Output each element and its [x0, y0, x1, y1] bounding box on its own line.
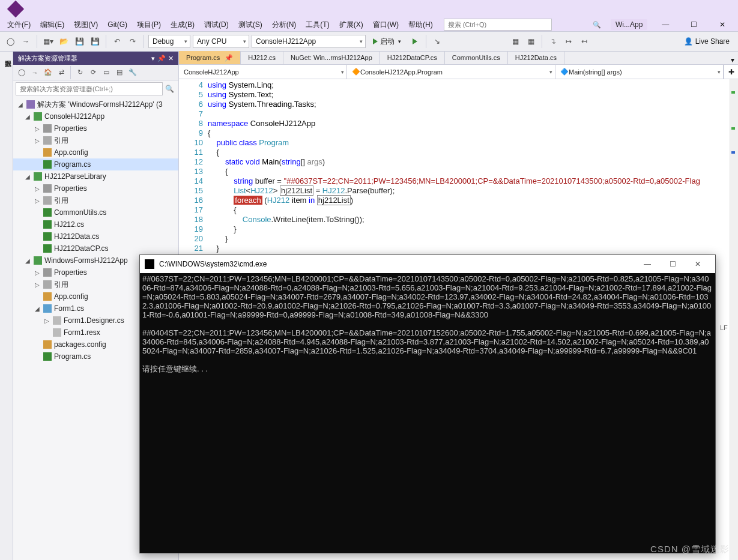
tb-misc1[interactable]: ▦ [509, 35, 522, 48]
main-toolbar: ◯ → ▦▾ 📂 💾 💾̤ ↶ ↷ Debug Any CPU ConsoleH… [0, 31, 738, 52]
tab-commonutils-cs[interactable]: CommonUtils.cs [445, 51, 508, 64]
menu-tools[interactable]: 工具(T) [301, 19, 334, 31]
save-button[interactable]: 💾 [73, 35, 86, 48]
tb-misc5[interactable]: ↤ [578, 35, 591, 48]
maximize-button[interactable]: ☐ [681, 19, 707, 31]
close-button[interactable]: ✕ [709, 19, 736, 31]
undo-button[interactable]: ↶ [110, 35, 124, 48]
panel-title: 解决方案资源管理器 [18, 54, 77, 63]
tree-item[interactable]: ▷引用 [13, 134, 178, 146]
new-project-button[interactable]: ▦▾ [41, 35, 55, 48]
menu-build[interactable]: 生成(B) [166, 19, 199, 31]
quicklaunch-input[interactable] [444, 19, 552, 31]
se-home-button[interactable]: 🏠 [42, 67, 54, 79]
tree-item[interactable]: ◢HJ212ParseLibrary [13, 170, 178, 182]
nav-project-combo[interactable]: ConsoleHJ212App [179, 65, 347, 79]
split-editor-button[interactable]: ✚ [724, 65, 738, 79]
tab-hj212datacp-cs[interactable]: HJ212DataCP.cs [380, 51, 445, 64]
tree-label: HJ212.cs [54, 220, 84, 229]
start-debug-button[interactable]: 启动▾ [368, 34, 406, 49]
tree-item[interactable]: HJ212Data.cs [13, 230, 178, 242]
menu-help[interactable]: 帮助(H) [404, 19, 438, 31]
console-titlebar[interactable]: C:\WINDOWS\system32\cmd.exe — ☐ ✕ [140, 255, 715, 273]
menu-git[interactable]: Git(G) [103, 19, 132, 30]
se-sync-button[interactable]: ⟳ [87, 67, 99, 79]
cs-icon [43, 232, 52, 241]
nav-member-combo[interactable]: 🔷 Main(string[] args) [555, 65, 724, 79]
cmd-minimize-button[interactable]: — [635, 255, 660, 273]
pin-icon[interactable]: 📌 [157, 55, 166, 62]
liveshare-button[interactable]: 👤Live Share [679, 37, 734, 46]
cmd-maximize-button[interactable]: ☐ [660, 255, 685, 273]
menu-view[interactable]: 视图(V) [69, 19, 103, 31]
menu-extensions[interactable]: 扩展(X) [334, 19, 368, 31]
tab-preview-icon[interactable]: 📌 [225, 54, 233, 62]
tree-item[interactable]: HJ212DataCP.cs [13, 242, 178, 254]
proj-icon [34, 112, 42, 121]
side-tab-datasources[interactable]: 数据源 [0, 52, 13, 560]
step-button[interactable]: ↘ [431, 35, 444, 48]
menu-test[interactable]: 测试(S) [234, 19, 267, 31]
menu-file[interactable]: 文件(F) [2, 19, 35, 31]
nav-back-button[interactable]: ◯ [4, 35, 17, 48]
tb-misc2[interactable]: ▦ [524, 35, 537, 48]
nav-class-combo[interactable]: 🔶 ConsoleHJ212App.Program [347, 65, 555, 79]
se-fwd-button[interactable]: → [29, 67, 41, 79]
tab-hj212-cs[interactable]: HJ212.cs [241, 51, 283, 64]
document-tabs: Program.cs📌 HJ212.cs NuGet: Win...rmsHJ2… [179, 52, 738, 65]
tree-item[interactable]: App.config [13, 146, 178, 158]
tree-item[interactable]: CommonUtils.cs [13, 206, 178, 218]
overview-ruler[interactable] [730, 79, 738, 560]
solution-search-input[interactable] [16, 82, 163, 95]
menu-project[interactable]: 项目(P) [132, 19, 166, 31]
tb-misc4[interactable]: ↦ [562, 35, 575, 48]
cfg-icon [43, 292, 52, 301]
tree-item[interactable]: ▷引用 [13, 194, 178, 206]
tree-label: Form1.Designer.cs [64, 316, 124, 325]
menu-analyze[interactable]: 分析(N) [267, 19, 301, 31]
tree-item[interactable]: Program.cs [13, 158, 178, 170]
se-back-button[interactable]: ◯ [16, 67, 28, 79]
minimize-button[interactable]: — [652, 19, 679, 31]
save-all-button[interactable]: 💾̤ [88, 35, 101, 48]
menu-debug[interactable]: 调试(D) [199, 19, 234, 31]
cfg-icon [43, 340, 52, 349]
platform-select[interactable]: Any CPU [193, 35, 249, 48]
tree-label: packages.config [54, 340, 106, 349]
solution-root[interactable]: ◢ 解决方案 'WindowsFormsHJ212App' (3 [13, 98, 178, 110]
menu-window[interactable]: 窗口(W) [368, 19, 404, 31]
se-refresh-button[interactable]: ↻ [74, 67, 86, 79]
tree-label: HJ212DataCP.cs [54, 244, 109, 253]
se-collapse-button[interactable]: ▭ [100, 67, 112, 79]
start-nodebug-button[interactable] [408, 35, 422, 48]
wrench-icon [43, 184, 52, 193]
tabs-overflow-button[interactable]: ▾ [727, 56, 738, 64]
tree-label: CommonUtils.cs [54, 208, 106, 217]
play-icon [373, 38, 378, 44]
search-icon[interactable]: 🔍 [163, 85, 176, 93]
cmd-close-button[interactable]: ✕ [685, 255, 710, 273]
tree-item[interactable]: ▷Properties [13, 182, 178, 194]
se-properties-button[interactable]: 🔧 [127, 67, 139, 79]
tree-item[interactable]: ◢ConsoleHJ212App [13, 110, 178, 122]
panel-dropdown-icon[interactable]: ▾ [151, 55, 155, 62]
tb-misc3[interactable]: ↴ [546, 35, 560, 48]
tab-program-cs[interactable]: Program.cs📌 [179, 51, 241, 64]
tree-item[interactable]: HJ212.cs [13, 218, 178, 230]
tab-nuget[interactable]: NuGet: Win...rmsHJ212App [283, 51, 380, 64]
tab-hj212data-cs[interactable]: HJ212Data.cs [508, 51, 564, 64]
nav-fwd-button[interactable]: → [19, 35, 32, 48]
tree-item[interactable]: ▷Properties [13, 122, 178, 134]
panel-close-icon[interactable]: ✕ [168, 55, 174, 62]
se-switch-button[interactable]: ⇄ [55, 67, 67, 79]
menu-edit[interactable]: 编辑(E) [35, 19, 69, 31]
proj-icon [34, 256, 42, 265]
se-showall-button[interactable]: ▤ [113, 67, 126, 79]
config-select[interactable]: Debug [148, 35, 190, 48]
cmd-icon [145, 259, 154, 269]
redo-button[interactable]: ↷ [126, 35, 139, 48]
console-window[interactable]: C:\WINDOWS\system32\cmd.exe — ☐ ✕ ##0637… [139, 254, 716, 553]
startup-project-select[interactable]: ConsoleHJ212App [252, 35, 366, 48]
console-output[interactable]: ##0637ST=22;CN=2011;PW=123456;MN=LB42000… [140, 273, 715, 553]
open-button[interactable]: 📂 [57, 35, 70, 48]
